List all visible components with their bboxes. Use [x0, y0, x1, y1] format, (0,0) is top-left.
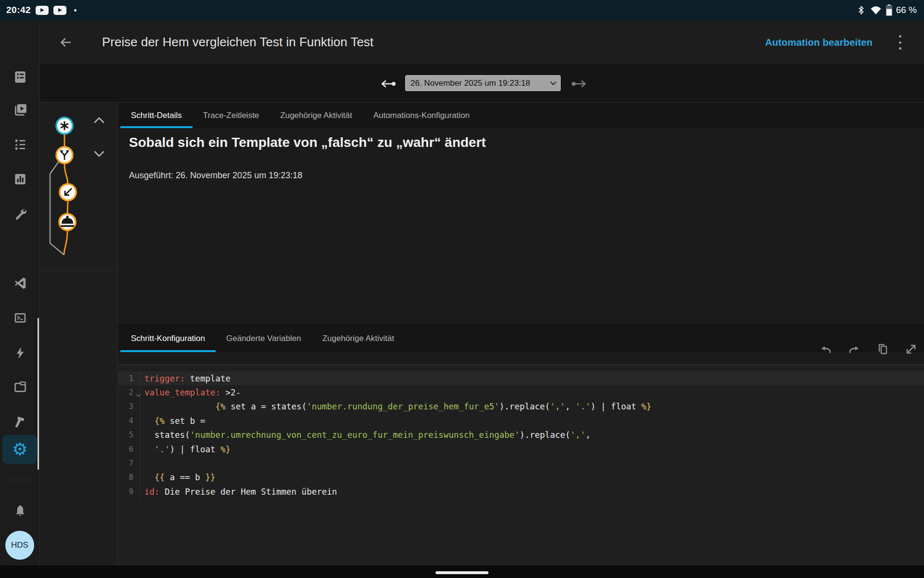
dot-icon	[74, 9, 77, 12]
tab-zugehörige-aktivität[interactable]: Zugehörige Aktivität	[270, 103, 362, 128]
youtube-icon	[53, 6, 66, 15]
code-text: id: Die Preise der Hem Stimmen überein	[140, 485, 924, 499]
code-text: {% set a = states('number.rundung_der_pr…	[140, 400, 924, 414]
trace-toolbar: 26. November 2025 um 19:23:18	[40, 64, 924, 103]
redo-icon[interactable]	[847, 342, 861, 356]
graph-alt-path	[50, 161, 64, 255]
status-bar: 20:42 66 %	[0, 0, 924, 20]
tab-trace-zeitleiste[interactable]: Trace-Zeitleiste	[192, 103, 270, 128]
asterisk-trigger-icon[interactable]	[56, 118, 73, 134]
status-left: 20:42	[0, 5, 77, 15]
history-icon[interactable]	[13, 172, 27, 186]
page-title: Preise der Hem vergleichen Test in Funkt…	[102, 20, 373, 64]
wifi-icon	[870, 5, 882, 15]
code-text: trigger: template	[140, 371, 924, 385]
code-text: {% set b =	[140, 414, 924, 428]
line-number: 7	[118, 459, 140, 468]
code-line[interactable]: 5 states('number.umrechnung_von_cent_zu_…	[118, 428, 924, 442]
tab-geänderte-variablen[interactable]: Geänderte Variablen	[216, 325, 312, 352]
vscode-icon[interactable]	[13, 276, 27, 290]
line-number: 5	[118, 431, 140, 439]
gear-icon[interactable]: ⚙	[0, 424, 40, 475]
overflow-menu-icon[interactable]	[897, 35, 903, 50]
line-number: 1	[118, 374, 140, 383]
window-icon[interactable]	[13, 380, 27, 394]
media-icon[interactable]	[13, 103, 27, 117]
graph-card-border	[40, 270, 117, 270]
service-dome-icon[interactable]	[59, 214, 76, 230]
code-line[interactable]: 6 '.') | float %}	[118, 442, 924, 456]
status-right: 66 %	[856, 4, 924, 16]
terminal-icon[interactable]	[13, 311, 27, 325]
line-number: 3	[118, 402, 140, 411]
youtube-icon	[36, 6, 49, 15]
flash-icon[interactable]	[13, 346, 27, 360]
edit-automation-link[interactable]: Automation bearbeiten	[765, 20, 873, 64]
tab-schritt-details[interactable]: Schritt-Details	[120, 103, 192, 128]
trace-graph-panel	[40, 103, 118, 566]
undo-icon[interactable]	[819, 342, 833, 356]
step-details-panel: Sobald sich ein Template von „falsch“ zu…	[118, 128, 924, 324]
tab-automations-konfiguration[interactable]: Automations-Konfiguration	[363, 103, 480, 128]
logbook-icon[interactable]	[13, 137, 27, 152]
trace-run-select[interactable]: 26. November 2025 um 19:23:18	[405, 75, 561, 91]
wrench-icon[interactable]	[13, 207, 27, 221]
tab-schritt-konfiguration[interactable]: Schritt-Konfiguration	[120, 325, 216, 352]
editor-toolbar	[819, 342, 918, 356]
tab-zugehörige-aktivität[interactable]: Zugehörige Aktivität	[312, 325, 405, 352]
ray-arrow-right-icon[interactable]	[570, 78, 588, 90]
sidebar-scrollbar[interactable]	[38, 318, 39, 470]
code-line[interactable]: 8 {{ a == b }}	[118, 471, 924, 485]
code-text: {{ a == b }}	[140, 471, 924, 485]
sidebar-divider	[3, 480, 37, 480]
app-header: Preise der Hem vergleichen Test in Funkt…	[0, 20, 924, 64]
code-text: '.') | float %}	[140, 442, 924, 456]
status-clock: 20:42	[6, 5, 31, 15]
step-heading: Sobald sich ein Template von „falsch“ zu…	[129, 135, 486, 150]
chevron-down-icon[interactable]	[95, 152, 103, 156]
code-text: value_template: >2-	[140, 385, 924, 399]
code-line[interactable]: 1trigger: template	[118, 371, 924, 385]
gesture-pill[interactable]	[436, 571, 488, 574]
battery-percent: 66 %	[896, 5, 917, 15]
todo-list-icon[interactable]	[13, 70, 27, 84]
bluetooth-icon	[856, 4, 866, 16]
step-executed-timestamp: Ausgeführt: 26. November 2025 um 19:23:1…	[129, 171, 302, 181]
code-line[interactable]: 4 {% set b =	[118, 414, 924, 428]
code-text	[140, 456, 924, 470]
code-text: states('number.umrechnung_von_cent_zu_eu…	[140, 428, 924, 442]
line-number: 4	[118, 417, 140, 425]
chevron-down-icon	[550, 79, 556, 85]
yaml-editor[interactable]: 1trigger: template2value_template: >2-3 …	[118, 365, 924, 565]
battery-icon	[886, 4, 893, 16]
ray-arrow-left-icon[interactable]	[380, 78, 397, 90]
chevron-up-icon[interactable]	[95, 118, 103, 122]
code-line[interactable]: 7	[118, 456, 924, 470]
avatar[interactable]: HDS	[5, 531, 34, 560]
trace-tabs: Schritt-DetailsTrace-ZeitleisteZugehörig…	[118, 103, 924, 128]
bell-icon[interactable]	[13, 504, 27, 519]
step-config-tabs: Schritt-KonfigurationGeänderte Variablen…	[118, 324, 924, 352]
trace-graph[interactable]	[40, 103, 118, 276]
line-number: 6	[118, 445, 140, 454]
app-sidebar: ⚙ HDS	[0, 20, 40, 565]
line-number: 2	[118, 388, 140, 397]
code-line[interactable]: 2value_template: >2-	[118, 385, 924, 399]
branch-split-icon[interactable]	[56, 147, 73, 163]
gesture-nav-bar	[0, 565, 924, 578]
screen: 20:42 66 % Preis	[0, 0, 924, 578]
expand-icon[interactable]	[904, 342, 918, 356]
line-number: 9	[118, 487, 140, 496]
code-line[interactable]: 9id: Die Preise der Hem Stimmen überein	[118, 485, 924, 499]
code-line[interactable]: 3 {% set a = states('number.rundung_der_…	[118, 400, 924, 414]
arrow-bottom-left-icon[interactable]	[60, 184, 76, 200]
copy-icon[interactable]	[876, 342, 889, 356]
line-number: 8	[118, 473, 140, 482]
trace-run-value: 26. November 2025 um 19:23:18	[411, 79, 551, 88]
back-arrow-icon[interactable]	[59, 36, 72, 49]
